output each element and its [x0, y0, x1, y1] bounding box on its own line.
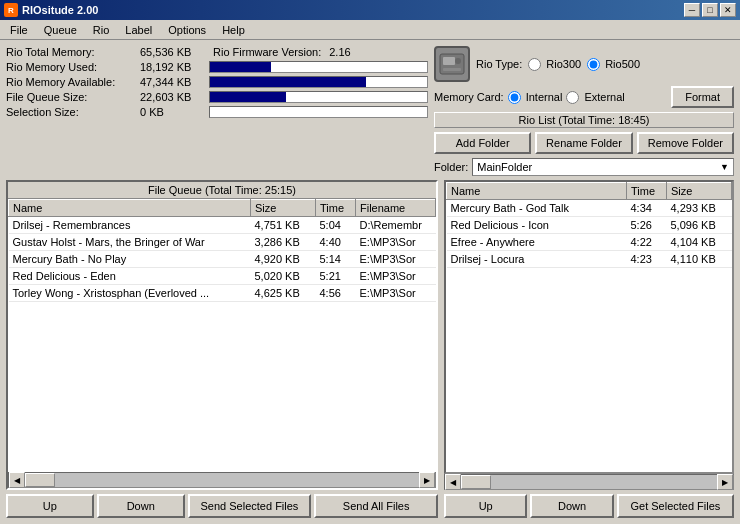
external-radio[interactable]: [566, 91, 579, 104]
cell-filename: E:\MP3\Sor: [356, 285, 436, 302]
minimize-button[interactable]: ─: [684, 3, 700, 17]
cell-time: 5:26: [627, 217, 667, 234]
format-button[interactable]: Format: [671, 86, 734, 108]
memory-card-label: Memory Card:: [434, 91, 504, 103]
memory-available-row: Rio Memory Available: 47,344 KB: [6, 76, 428, 88]
rio300-option[interactable]: Rio300: [528, 58, 581, 71]
title-bar-left: R RIOsitude 2.00: [4, 3, 98, 17]
memory-used-label: Rio Memory Used:: [6, 61, 136, 73]
table-row[interactable]: Mercury Bath - God Talk 4:34 4,293 KB: [447, 200, 732, 217]
rio-list-scrollbar[interactable]: ◀ ▶: [444, 474, 734, 490]
cell-size: 4,104 KB: [667, 234, 732, 251]
file-queue-size-value: 22,603 KB: [140, 91, 205, 103]
cell-filename: E:\MP3\Sor: [356, 268, 436, 285]
external-option[interactable]: External: [566, 91, 624, 104]
folder-row: Folder: MainFolder ▼: [434, 158, 734, 176]
cell-size: 4,293 KB: [667, 200, 732, 217]
memory-available-fill: [210, 77, 366, 87]
rename-folder-button[interactable]: Rename Folder: [535, 132, 632, 154]
menu-options[interactable]: Options: [162, 22, 212, 38]
rio-up-button[interactable]: Up: [444, 494, 527, 518]
svg-rect-1: [443, 57, 455, 65]
selection-size-value: 0 KB: [140, 106, 205, 118]
total-memory-row: Rio Total Memory: 65,536 KB Rio Firmware…: [6, 46, 428, 58]
cell-time: 5:04: [316, 217, 356, 234]
file-queue-table-container[interactable]: Name Size Time Filename Drilsej - Rememb…: [8, 199, 436, 472]
cell-filename: D:\Remembr: [356, 217, 436, 234]
close-button[interactable]: ✕: [720, 3, 736, 17]
rio-scroll-track[interactable]: [461, 475, 717, 489]
table-row[interactable]: Gustav Holst - Mars, the Bringer of War …: [9, 234, 436, 251]
memory-available-label: Rio Memory Available:: [6, 76, 136, 88]
rio-list-panel: Name Time Size Mercury Bath - God Talk 4…: [444, 180, 734, 490]
table-row[interactable]: Drilsej - Remembrances 4,751 KB 5:04 D:\…: [9, 217, 436, 234]
send-selected-button[interactable]: Send Selected Files: [188, 494, 312, 518]
remove-folder-button[interactable]: Remove Folder: [637, 132, 734, 154]
rio-scroll-left[interactable]: ◀: [445, 474, 461, 490]
rio-scroll-thumb[interactable]: [461, 475, 491, 489]
menu-help[interactable]: Help: [216, 22, 251, 38]
table-row[interactable]: Efree - Anywhere 4:22 4,104 KB: [447, 234, 732, 251]
rio500-option[interactable]: Rio500: [587, 58, 640, 71]
cell-size: 4,110 KB: [667, 251, 732, 268]
folder-value: MainFolder: [477, 161, 532, 173]
cell-time: 4:23: [627, 251, 667, 268]
file-queue-size-row: File Queue Size: 22,603 KB: [6, 91, 428, 103]
rio-col-size: Size: [667, 183, 732, 200]
internal-option[interactable]: Internal: [508, 91, 563, 104]
scroll-track[interactable]: [25, 473, 419, 487]
scroll-right-arrow[interactable]: ▶: [419, 472, 435, 488]
table-row[interactable]: Torley Wong - Xristosphan (Everloved ...…: [9, 285, 436, 302]
table-row[interactable]: Red Delicious - Eden 5,020 KB 5:21 E:\MP…: [9, 268, 436, 285]
table-row[interactable]: Drilsej - Locura 4:23 4,110 KB: [447, 251, 732, 268]
rio-type-label: Rio Type:: [476, 58, 522, 70]
table-row[interactable]: Mercury Bath - No Play 4,920 KB 5:14 E:\…: [9, 251, 436, 268]
rio-table-container[interactable]: Name Time Size Mercury Bath - God Talk 4…: [444, 180, 734, 474]
menu-file[interactable]: File: [4, 22, 34, 38]
rio300-radio[interactable]: [528, 58, 541, 71]
menu-label[interactable]: Label: [119, 22, 158, 38]
cell-size: 5,096 KB: [667, 217, 732, 234]
panels-section: File Queue (Total Time: 25:15) Name Size…: [6, 180, 734, 490]
menu-queue[interactable]: Queue: [38, 22, 83, 38]
firmware-value: 2.16: [329, 46, 350, 58]
memory-available-value: 47,344 KB: [140, 76, 205, 88]
rio-list-header: Rio List (Total Time: 18:45): [434, 112, 734, 128]
folder-dropdown[interactable]: MainFolder ▼: [472, 158, 734, 176]
memory-available-bar: [209, 76, 428, 88]
send-all-button[interactable]: Send All Files: [314, 494, 438, 518]
cell-time: 5:21: [316, 268, 356, 285]
rio-down-button[interactable]: Down: [530, 494, 613, 518]
queue-down-button[interactable]: Down: [97, 494, 185, 518]
get-selected-button[interactable]: Get Selected Files: [617, 494, 734, 518]
add-folder-button[interactable]: Add Folder: [434, 132, 531, 154]
memory-used-value: 18,192 KB: [140, 61, 205, 73]
rio-scroll-right[interactable]: ▶: [717, 474, 733, 490]
queue-up-button[interactable]: Up: [6, 494, 94, 518]
cell-size: 4,751 KB: [251, 217, 316, 234]
memory-used-bar: [209, 61, 428, 73]
right-bottom-buttons: Up Down Get Selected Files: [444, 494, 734, 518]
maximize-button[interactable]: □: [702, 3, 718, 17]
col-filename: Filename: [356, 200, 436, 217]
menu-rio[interactable]: Rio: [87, 22, 116, 38]
internal-radio[interactable]: [508, 91, 521, 104]
cell-name: Efree - Anywhere: [447, 234, 627, 251]
rio500-radio[interactable]: [587, 58, 600, 71]
selection-size-row: Selection Size: 0 KB: [6, 106, 428, 118]
scroll-thumb[interactable]: [25, 473, 55, 487]
file-queue-scrollbar[interactable]: ◀ ▶: [8, 472, 436, 488]
rio-col-name: Name: [447, 183, 627, 200]
bottom-buttons: Up Down Send Selected Files Send All Fil…: [6, 494, 734, 518]
file-queue-bar: [209, 91, 428, 103]
memory-used-fill: [210, 62, 271, 72]
rio-type-row: Rio Type: Rio300 Rio500: [434, 46, 734, 82]
cell-name: Red Delicious - Eden: [9, 268, 251, 285]
scroll-left-arrow[interactable]: ◀: [9, 472, 25, 488]
rio-list-table: Name Time Size Mercury Bath - God Talk 4…: [446, 182, 732, 268]
cell-name: Torley Wong - Xristosphan (Everloved ...: [9, 285, 251, 302]
top-section: Rio Total Memory: 65,536 KB Rio Firmware…: [6, 46, 734, 176]
folder-action-buttons: Add Folder Rename Folder Remove Folder: [434, 132, 734, 154]
cell-filename: E:\MP3\Sor: [356, 234, 436, 251]
table-row[interactable]: Red Delicious - Icon 5:26 5,096 KB: [447, 217, 732, 234]
